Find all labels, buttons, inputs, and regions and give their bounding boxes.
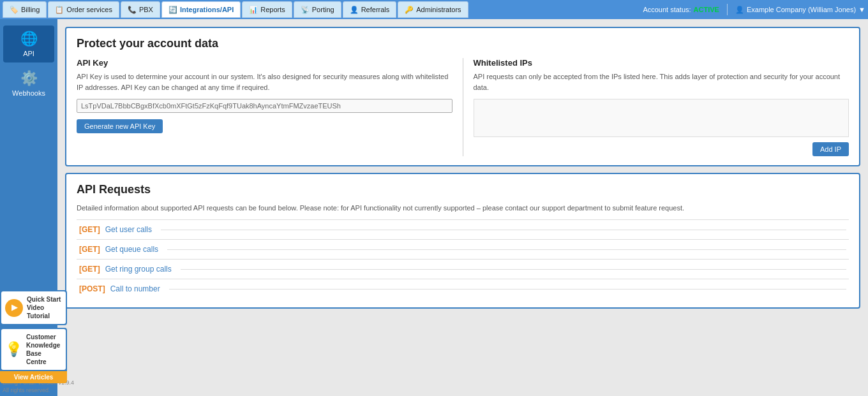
api-method-3: [POST] (79, 284, 105, 293)
api-method-1: [GET] (79, 245, 100, 254)
api-request-item-3[interactable]: [POST] Call to number (77, 279, 849, 298)
api-request-item-0[interactable]: [GET] Get user calls (77, 219, 849, 239)
dropdown-chevron-icon: ▼ (858, 6, 865, 13)
order-services-label: Order services (66, 6, 112, 13)
user-info[interactable]: 👤 Example Company (William Jones) ▼ (735, 6, 865, 14)
api-label-1: Get queue calls (105, 245, 158, 254)
pbx-label: PBX (139, 6, 153, 13)
api-key-description: API Key is used to determine your accoun… (77, 71, 453, 92)
nav-tab-porting[interactable]: 📡 Porting (294, 1, 341, 18)
api-line-1 (167, 249, 846, 250)
api-request-item-1[interactable]: [GET] Get queue calls (77, 239, 849, 259)
nav-tab-reports[interactable]: 📊 Reports (242, 1, 292, 18)
nav-tab-integrations-api[interactable]: 🔄 Integrations/API (161, 1, 241, 18)
api-label-2: Get ring group calls (105, 265, 172, 274)
main-content: Protect your account data API Key API Ke… (57, 19, 868, 396)
nav-tab-referrals[interactable]: 👤 Referrals (343, 1, 397, 18)
api-line-0 (161, 230, 846, 230)
whitelisted-ips-section: Whitelisted IPs API requests can only be… (463, 58, 849, 156)
top-nav-right: Account status: ACTIVE 👤 Example Company… (643, 4, 865, 15)
user-avatar-icon: 👤 (735, 6, 744, 14)
quick-start-inner: ▶ Quick Start Video Tutorial (1, 291, 66, 324)
webhooks-icon: ⚙️ (20, 70, 38, 87)
quick-start-widget[interactable]: ▶ Quick Start Video Tutorial (0, 290, 67, 325)
api-requests-description: Detailed information about supported API… (77, 204, 849, 212)
kb-inner: 💡 Customer Knowledge Base Centre (1, 329, 66, 370)
whitelisted-ips-content: Add IP (474, 99, 849, 156)
view-articles-button[interactable]: View Articles (0, 371, 67, 383)
protect-card-body: API Key API Key is used to determine you… (77, 58, 849, 156)
api-key-section: API Key API Key is used to determine you… (77, 58, 463, 156)
account-status-value: ACTIVE (694, 6, 719, 13)
api-request-item-2[interactable]: [GET] Get ring group calls (77, 259, 849, 279)
integrations-api-icon: 🔄 (168, 6, 177, 14)
api-requests-title: API Requests (77, 183, 849, 196)
administrators-label: Administrators (416, 6, 461, 13)
quick-start-title: Quick Start Video Tutorial (27, 295, 62, 320)
billing-icon: 🏷️ (10, 6, 19, 14)
protect-card-title: Protect your account data (77, 37, 849, 50)
administrators-icon: 🔑 (405, 6, 414, 14)
top-navigation: 🏷️ Billing 📋 Order services 📞 PBX 🔄 Inte… (0, 0, 868, 19)
nav-tabs: 🏷️ Billing 📋 Order services 📞 PBX 🔄 Inte… (3, 1, 643, 18)
api-label-0: Get user calls (105, 225, 152, 234)
play-icon: ▶ (5, 299, 23, 317)
pbx-icon: 📞 (128, 6, 137, 14)
whitelisted-ips-title: Whitelisted IPs (474, 58, 849, 68)
nav-tab-pbx[interactable]: 📞 PBX (121, 1, 160, 18)
nav-tab-billing[interactable]: 🏷️ Billing (3, 1, 47, 18)
porting-icon: 📡 (301, 6, 310, 14)
reports-icon: 📊 (249, 6, 258, 14)
protect-account-card: Protect your account data API Key API Ke… (65, 27, 860, 166)
ip-list-box (474, 99, 849, 137)
generate-api-key-button[interactable]: Generate new API Key (77, 119, 163, 133)
porting-label: Porting (312, 6, 334, 13)
referrals-icon: 👤 (350, 6, 359, 14)
account-status-label: Account status: (643, 6, 691, 13)
main-layout: 🌐 API ⚙️ Webhooks Protect your account d… (0, 19, 868, 396)
api-method-2: [GET] (79, 265, 100, 274)
sidebar-item-api[interactable]: 🌐 API (3, 26, 54, 62)
api-line-3 (169, 289, 846, 290)
knowledge-base-widget[interactable]: 💡 Customer Knowledge Base Centre View Ar… (0, 328, 67, 383)
account-status: Account status: ACTIVE (643, 6, 719, 13)
nav-divider (727, 4, 728, 15)
add-ip-button[interactable]: Add IP (812, 142, 849, 156)
sidebar-api-label: API (23, 50, 34, 57)
sidebar-item-webhooks[interactable]: ⚙️ Webhooks (3, 65, 54, 102)
nav-tab-order-services[interactable]: 📋 Order services (48, 1, 119, 18)
billing-label: Billing (21, 6, 40, 13)
api-method-0: [GET] (79, 225, 100, 234)
bottom-widgets: ▶ Quick Start Video Tutorial 💡 Customer … (0, 290, 69, 383)
reports-label: Reports (260, 6, 285, 13)
api-icon: 🌐 (20, 31, 38, 47)
kb-title: Customer Knowledge Base Centre (26, 333, 62, 366)
bulb-icon: 💡 (5, 340, 22, 360)
order-services-icon: 📋 (55, 6, 64, 14)
api-key-section-title: API Key (77, 58, 453, 68)
user-name: Example Company (William Jones) (747, 6, 856, 13)
whitelisted-ips-description: API requests can only be accepted from t… (474, 71, 849, 92)
footer-line2: All rights reserved. (3, 386, 74, 395)
api-requests-card: API Requests Detailed information about … (65, 173, 860, 309)
integrations-api-label: Integrations/API (180, 6, 234, 13)
nav-tab-administrators[interactable]: 🔑 Administrators (398, 1, 468, 18)
api-line-2 (181, 269, 846, 270)
api-label-3: Call to number (110, 284, 160, 293)
api-key-input[interactable] (77, 99, 453, 113)
referrals-label: Referrals (361, 6, 390, 13)
sidebar-webhooks-label: Webhooks (12, 89, 45, 97)
